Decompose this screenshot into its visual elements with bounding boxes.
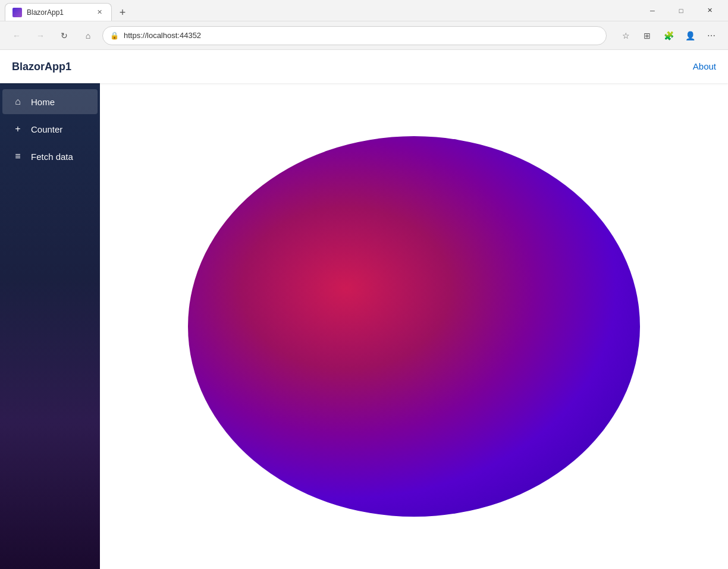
title-bar: BlazorApp1 ✕ + ─ □ ✕ xyxy=(0,0,728,21)
address-actions: ☆ ⊞ 🧩 👤 ⋯ xyxy=(616,26,721,45)
url-text: https://localhost:44352 xyxy=(124,31,599,40)
fetch-data-icon: ≡ xyxy=(12,151,24,162)
url-input[interactable]: 🔒 https://localhost:44352 xyxy=(102,26,607,45)
about-link[interactable]: About xyxy=(693,61,716,71)
window-controls: ─ □ ✕ xyxy=(639,0,723,21)
gradient-ellipse xyxy=(188,136,640,517)
tab-strip: BlazorApp1 ✕ + xyxy=(5,0,636,21)
maximize-button[interactable]: □ xyxy=(667,0,695,21)
home-icon: ⌂ xyxy=(12,96,24,107)
main-content xyxy=(100,83,728,569)
sidebar-item-home-label: Home xyxy=(31,97,55,107)
menu-icon[interactable]: ⋯ xyxy=(702,26,721,45)
forward-button[interactable]: → xyxy=(31,26,50,45)
app-header: BlazorApp1 About xyxy=(0,50,728,83)
browser-window: BlazorApp1 ✕ + ─ □ ✕ ← → ↻ ⌂ 🔒 https://l… xyxy=(0,0,728,569)
lock-icon: 🔒 xyxy=(110,32,119,40)
close-button[interactable]: ✕ xyxy=(696,0,723,21)
new-tab-button[interactable]: + xyxy=(114,4,131,21)
app-container: BlazorApp1 About ⌂ Home + Counter ≡ Fetc… xyxy=(0,50,728,569)
refresh-button[interactable]: ↻ xyxy=(55,26,74,45)
extensions-icon[interactable]: 🧩 xyxy=(659,26,678,45)
sidebar: ⌂ Home + Counter ≡ Fetch data xyxy=(0,83,100,569)
home-button[interactable]: ⌂ xyxy=(79,26,98,45)
sidebar-item-home[interactable]: ⌂ Home xyxy=(2,89,98,114)
address-bar: ← → ↻ ⌂ 🔒 https://localhost:44352 ☆ ⊞ 🧩 … xyxy=(0,21,728,50)
collections-icon[interactable]: ⊞ xyxy=(638,26,657,45)
sidebar-item-fetchdata-label: Fetch data xyxy=(31,152,73,162)
app-title: BlazorApp1 xyxy=(12,61,71,73)
counter-icon: + xyxy=(12,124,24,134)
sidebar-item-counter[interactable]: + Counter xyxy=(2,117,98,142)
tab-close-button[interactable]: ✕ xyxy=(95,8,104,17)
app-body: ⌂ Home + Counter ≡ Fetch data xyxy=(0,83,728,569)
tab-favicon-icon xyxy=(12,8,22,17)
browser-tab[interactable]: BlazorApp1 ✕ xyxy=(5,3,112,21)
minimize-button[interactable]: ─ xyxy=(639,0,666,21)
sidebar-item-fetch-data[interactable]: ≡ Fetch data xyxy=(2,144,98,169)
tab-title: BlazorApp1 xyxy=(27,8,64,17)
back-button[interactable]: ← xyxy=(7,26,26,45)
profile-icon[interactable]: 👤 xyxy=(680,26,699,45)
favorites-icon[interactable]: ☆ xyxy=(616,26,635,45)
sidebar-item-counter-label: Counter xyxy=(31,124,62,134)
header-nav: About xyxy=(693,61,716,72)
